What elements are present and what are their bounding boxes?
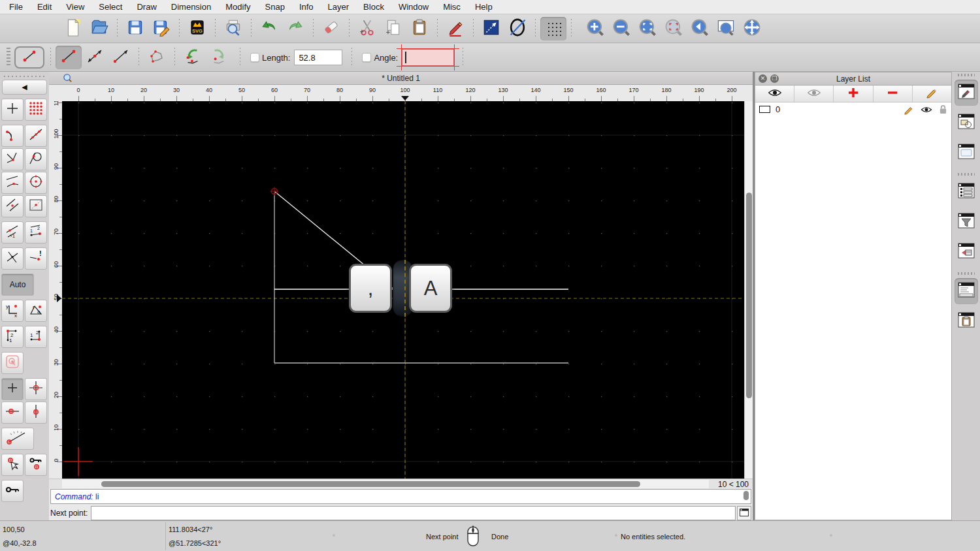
angle-meter-button[interactable] [1,428,34,450]
zoom-out-button[interactable] [608,17,634,40]
snap-grid-button[interactable] [25,99,47,121]
back-button[interactable]: ◀ [2,80,47,95]
angle-input[interactable] [402,49,454,66]
restrict-nothing-button[interactable] [1,352,24,374]
layer-lock-icon[interactable] [939,104,947,114]
command-history[interactable]: Command: li [50,489,751,504]
grid-toggle-button[interactable] [540,17,566,40]
detach-command-widget-button[interactable] [737,506,751,520]
snap-intersection-button[interactable] [1,247,24,270]
menu-item-info[interactable]: Info [299,2,314,12]
horizontal-scrollbar[interactable] [62,480,709,488]
menu-item-edit[interactable]: Edit [37,2,52,12]
delete-entities-button[interactable] [318,17,344,40]
pan-zoom-button[interactable] [739,17,765,40]
menu-item-draw[interactable]: Draw [137,2,156,12]
draw-line-button[interactable] [478,17,504,40]
menu-item-block[interactable]: Block [363,2,384,12]
add-layer-button[interactable] [834,86,873,102]
menu-item-file[interactable]: File [9,2,23,12]
angle-checkbox[interactable] [362,53,371,62]
command-history-scrollbar[interactable] [743,491,749,502]
snap-auto-button[interactable]: Auto [1,274,34,296]
set-relative-zero-button[interactable] [1,454,24,476]
vertical-scrollbar[interactable] [744,101,753,479]
show-all-layers-button[interactable] [755,86,794,102]
pen-palette-widget-button[interactable] [955,239,978,265]
copy-button[interactable] [380,17,406,40]
selection-filter-widget-button[interactable] [955,209,978,235]
menu-item-window[interactable]: Window [399,2,429,12]
command-input[interactable] [91,506,736,520]
line-segment-button[interactable] [56,46,82,69]
snap-on-entity-button[interactable] [25,125,47,147]
restrict-vertical-button[interactable] [25,401,47,424]
snap-endpoints-button[interactable] [1,125,24,147]
library-browser-widget-button[interactable] [955,140,978,166]
snap-middle-button[interactable] [25,195,47,217]
menu-item-view[interactable]: View [66,2,84,12]
layer-list-titlebar[interactable]: ✕ ❐ Layer List [755,72,951,86]
length-input[interactable] [294,50,342,65]
entity-list-widget-button[interactable] [955,179,978,205]
remove-layer-button[interactable] [874,86,913,102]
export-svg-button[interactable]: SVG [184,17,210,40]
menu-item-help[interactable]: Help [475,2,493,12]
toolbar-handle[interactable] [958,74,975,76]
redo-button[interactable] [282,17,308,40]
menu-item-snap[interactable]: Snap [265,2,285,12]
polyline-button[interactable] [144,46,170,69]
clipboard-widget-button[interactable] [955,308,978,334]
cut-button[interactable] [354,17,380,40]
redo-segment-button[interactable] [206,46,232,69]
zoom-auto-button[interactable] [634,17,661,40]
restrict-horizontal-button[interactable] [1,401,24,424]
draft-mode-button[interactable] [504,17,531,40]
horizontal-scrollbar-thumb[interactable] [101,481,640,487]
coordinate-polar-button[interactable]: ra [25,300,47,322]
layer-list-widget-button[interactable] [955,80,978,106]
menu-item-misc[interactable]: Misc [443,2,461,12]
document-titlebar[interactable]: * Untitled 1 [49,72,753,85]
snap-parallel-button[interactable] [1,195,24,217]
zoom-window-button[interactable] [713,17,739,40]
current-tool-button[interactable] [14,46,44,69]
menu-item-dimension[interactable]: Dimension [171,2,211,12]
lock-relative-zero-button[interactable] [25,454,47,476]
toolbar-handle[interactable] [7,48,10,67]
print-preview-button[interactable] [220,17,246,40]
paste-button[interactable] [406,17,433,40]
corner-trim-2-button[interactable]: 12 [25,326,47,348]
hide-all-layers-button[interactable] [794,86,834,102]
zoom-in-button[interactable] [582,17,608,40]
toolbar-handle[interactable] [4,74,45,78]
new-document-button[interactable] [60,17,86,40]
save-button[interactable] [122,17,148,40]
zoom-previous-button[interactable] [687,17,713,40]
restrict-off-button[interactable] [1,378,24,400]
line-two-arrows-button[interactable] [82,46,108,69]
command-line-widget-button[interactable] [955,278,978,304]
snap-distance-2-button[interactable]: 12 [25,221,47,244]
save-as-button[interactable] [148,17,174,40]
undo-segment-button[interactable] [180,46,206,69]
layer-color-swatch[interactable] [759,106,770,113]
command-history-scrollbar-thumb[interactable] [743,491,749,500]
snap-center-button[interactable] [25,172,47,194]
snap-nearest-button[interactable] [1,172,24,194]
layer-row[interactable]: 0 [755,102,951,116]
snap-intersection-manual-button[interactable]: ! [25,247,47,270]
length-checkbox[interactable] [250,53,259,62]
layer-edit-icon[interactable] [904,104,914,115]
snap-distance-1-button[interactable]: 1 [1,221,24,244]
snap-free-button[interactable] [1,99,24,121]
snap-perpendicular-button[interactable] [1,148,24,170]
snap-tangent-button[interactable] [25,148,47,170]
block-list-widget-button[interactable] [955,110,978,136]
drawing-canvas[interactable]: , A [62,101,744,479]
pen-edit-button[interactable] [442,17,468,40]
menu-item-modify[interactable]: Modify [225,2,250,12]
restrict-orthogonal-button[interactable] [25,378,47,400]
menu-item-select[interactable]: Select [99,2,122,12]
coordinate-xy-button[interactable]: yx [1,300,24,322]
